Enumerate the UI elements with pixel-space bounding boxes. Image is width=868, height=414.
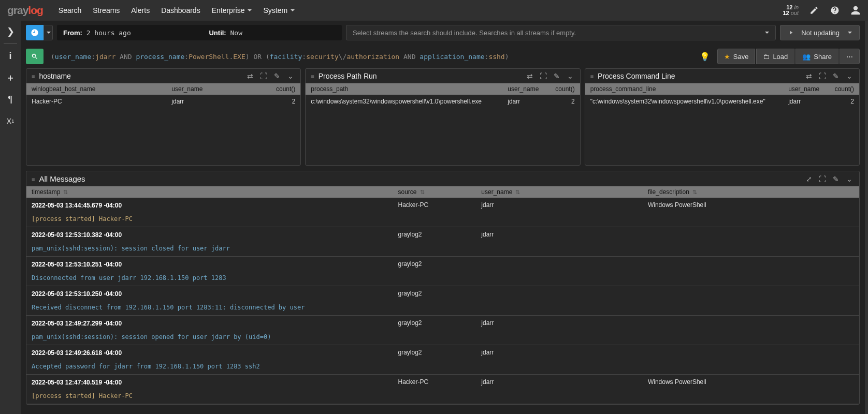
message-row[interactable]: 2022-05-03 12:49:26.618 -04:00graylog2jd… [26, 345, 859, 375]
messages-table: timestamp⇅ source⇅ user_name⇅ file_descr… [26, 186, 859, 404]
message-row[interactable]: 2022-05-03 12:53:10.382 -04:00graylog2jd… [26, 227, 859, 257]
col-header[interactable]: process_command_line [585, 83, 784, 95]
caret-icon [248, 9, 252, 11]
col-timestamp[interactable]: timestamp⇅ [26, 186, 393, 198]
hint-icon[interactable]: 💡 [697, 52, 713, 62]
time-button[interactable] [26, 25, 44, 40]
add-icon[interactable]: ＋ [5, 72, 16, 83]
expand-icon[interactable]: ⛶ [539, 72, 548, 80]
drag-icon[interactable]: ≡ [32, 73, 35, 79]
nav-alerts[interactable]: Alerts [131, 6, 150, 14]
table-row[interactable]: c:\windows\system32\windowspowershell\v1… [306, 95, 580, 108]
logo[interactable]: graylog [7, 4, 43, 17]
time-toolbar: From: 2 hours ago Until: Now Select stre… [21, 21, 865, 45]
panel-title: hostname [39, 72, 70, 80]
expand-icon[interactable]: ⛶ [818, 175, 827, 183]
load-button[interactable]: 🗀Load [756, 49, 794, 64]
replay-icon[interactable]: ⤢ [804, 175, 814, 183]
nav-dashboards[interactable]: Dashboards [161, 6, 200, 14]
nav-enterprise[interactable]: Enterprise [212, 6, 252, 14]
query-input[interactable]: (user_name:jdarr AND process_name:PowerS… [48, 53, 692, 61]
swap-icon[interactable]: ⇄ [804, 72, 814, 80]
expand-icon[interactable]: ⛶ [259, 72, 268, 80]
streams-select[interactable]: Select streams the search should include… [346, 25, 776, 40]
table-row[interactable]: Hacker-PCjdarr2 [26, 95, 300, 108]
share-icon: 👥 [802, 53, 811, 61]
nav-streams[interactable]: Streams [93, 6, 120, 14]
edit-icon[interactable]: ✎ [272, 72, 282, 80]
chevron-down-icon[interactable]: ⌄ [845, 175, 854, 183]
star-icon: ★ [724, 53, 730, 61]
time-range[interactable]: From: 2 hours ago Until: Now [57, 25, 342, 40]
caret-icon [848, 32, 852, 34]
col-header[interactable]: count() [828, 83, 859, 95]
edit-icon[interactable] [809, 5, 819, 16]
caret-icon [291, 9, 295, 11]
share-button[interactable]: 👥Share [795, 49, 838, 64]
col-fd[interactable]: file_description⇅ [643, 186, 859, 198]
edit-icon[interactable]: ✎ [552, 72, 561, 80]
col-header[interactable]: winlogbeat_host_name [26, 83, 166, 95]
col-user[interactable]: user_name⇅ [476, 186, 643, 198]
nav-system[interactable]: System [263, 6, 295, 14]
message-row[interactable]: 2022-05-03 12:49:27.299 -04:00graylog2jd… [26, 316, 859, 345]
edit-icon[interactable]: ✎ [831, 175, 841, 183]
update-button[interactable]: Not updating [780, 25, 860, 40]
expand-icon[interactable]: ❯ [5, 26, 16, 37]
table-row[interactable]: "c:\windows\system32\windowspowershell\v… [585, 95, 859, 108]
message-row[interactable]: 2022-05-03 12:47:40.519 -04:00Hacker-PCj… [26, 375, 859, 404]
data-panel: ≡Process Path Run⇄⛶✎⌄process_pathuser_na… [305, 68, 580, 166]
nav-items: Search Streams Alerts Dashboards Enterpr… [59, 6, 295, 14]
message-row[interactable]: 2022-05-03 12:53:10.250 -04:00graylog2Re… [26, 286, 859, 316]
chevron-down-icon[interactable]: ⌄ [286, 72, 295, 80]
more-button[interactable]: ⋯ [840, 49, 860, 64]
drag-icon[interactable]: ≡ [311, 73, 314, 79]
top-nav: graylog Search Streams Alerts Dashboards… [0, 0, 868, 21]
data-panel: ≡Process Command Line⇄⛶✎⌄process_command… [585, 68, 860, 166]
paragraph-icon[interactable]: ¶ [5, 94, 16, 105]
panel-title: Process Path Run [319, 72, 377, 80]
help-icon[interactable] [830, 5, 840, 16]
save-button[interactable]: ★Save [717, 49, 756, 64]
user-icon[interactable] [850, 5, 861, 16]
expand-icon[interactable]: ⛶ [818, 72, 827, 80]
chevron-down-icon[interactable]: ⌄ [845, 72, 854, 80]
search-button[interactable] [26, 49, 44, 64]
query-toolbar: (user_name:jdarr AND process_name:PowerS… [21, 45, 865, 68]
col-header[interactable]: user_name [166, 83, 244, 95]
io-counter: 12 in 12 out [783, 5, 799, 16]
drag-icon[interactable]: ≡ [32, 176, 35, 182]
panel-row: ≡hostname⇄⛶✎⌄winlogbeat_host_nameuser_na… [21, 68, 865, 166]
main-area: From: 2 hours ago Until: Now Select stre… [21, 21, 868, 414]
col-header[interactable]: user_name [502, 83, 547, 95]
swap-icon[interactable]: ⇄ [245, 72, 255, 80]
info-icon[interactable]: i [5, 50, 16, 62]
col-header[interactable]: process_path [306, 83, 502, 95]
chevron-down-icon[interactable]: ⌄ [566, 72, 575, 80]
data-panel: ≡hostname⇄⛶✎⌄winlogbeat_host_nameuser_na… [26, 68, 301, 166]
time-dropdown[interactable] [44, 25, 53, 40]
variable-icon[interactable]: X1 [5, 115, 16, 127]
left-rail: ❯ i ＋ ¶ X1 [0, 21, 21, 414]
col-header[interactable]: user_name [783, 83, 828, 95]
col-source[interactable]: source⇅ [393, 186, 476, 198]
message-row[interactable]: 2022-05-03 13:44:45.679 -04:00Hacker-PCj… [26, 198, 859, 227]
panel-title: Process Command Line [598, 72, 675, 80]
folder-icon: 🗀 [763, 53, 770, 61]
drag-icon[interactable]: ≡ [590, 73, 594, 79]
edit-icon[interactable]: ✎ [831, 72, 841, 80]
messages-panel: ≡ All Messages ⤢ ⛶ ✎ ⌄ timestamp⇅ source… [26, 171, 860, 405]
message-row[interactable]: 2022-05-03 12:53:10.251 -04:00graylog2Di… [26, 257, 859, 286]
panel-title: All Messages [39, 174, 85, 183]
col-header[interactable]: count() [547, 83, 580, 95]
caret-icon [765, 32, 769, 34]
nav-search[interactable]: Search [59, 6, 81, 14]
swap-icon[interactable]: ⇄ [525, 72, 534, 80]
col-header[interactable]: count() [244, 83, 300, 95]
